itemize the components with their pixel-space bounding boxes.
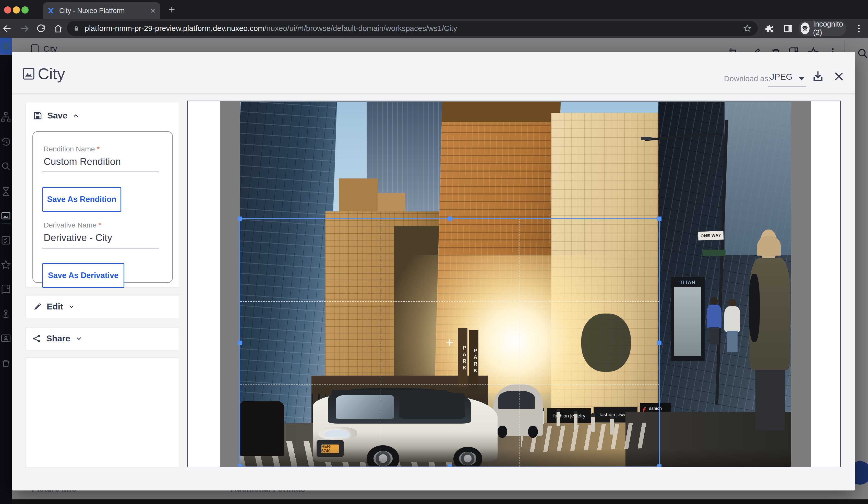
sidebar-item-trash[interactable] [1,358,11,368]
share-icon [32,334,42,343]
crop-handle-s[interactable] [448,464,452,467]
search-icon [1,161,11,171]
checklist-icon [1,235,11,245]
thirds-line-h2 [240,384,659,384]
pedestrian-blue [706,297,723,345]
pencil-icon [33,302,42,311]
traffic-light-minimize[interactable] [13,7,20,13]
side-panel-icon[interactable] [783,24,793,33]
share-panel[interactable]: Share [25,328,179,350]
sidebar-logo[interactable] [0,38,12,55]
browser-menu-icon[interactable] [854,23,864,34]
sidebar-item-checklist[interactable] [1,235,11,245]
assets-icon [1,211,11,221]
save-as-rendition-button[interactable]: Save As Rendition [42,187,121,212]
sidebar-item-user-profile[interactable] [1,333,11,343]
tools-column-filler [25,358,179,468]
sidebar-item-assets[interactable] [1,211,11,223]
download-icon[interactable] [811,70,825,83]
format-caret-icon [798,77,805,80]
tab-close-icon[interactable] [149,7,156,14]
save-section-header[interactable]: Save [33,111,80,121]
back-icon[interactable] [2,23,12,34]
required-asterisk-2: * [99,221,101,229]
modal-title: City [38,65,65,83]
download-as-label: Download as: [724,74,771,83]
format-select[interactable]: JPEG [768,71,806,87]
browser-tab[interactable]: City - Nuxeo Platform [43,2,160,19]
street-name-sign [703,250,726,256]
reload-icon[interactable] [36,23,46,34]
history-icon [1,137,11,147]
rendition-name-label: Rendition Name * [44,145,100,153]
trash-icon [1,358,11,368]
derivative-name-input[interactable]: Derivative - City [44,232,159,248]
crop-handle-ne[interactable] [657,216,661,221]
save-as-derivative-button[interactable]: Save As Derivative [42,263,124,288]
cropper-canvas: PARK PARK fashion jewelry fashion jewelr… [220,101,811,467]
share-section-label: Share [46,333,71,343]
edit-panel[interactable]: Edit [25,296,179,318]
thirds-line-h1 [240,301,659,302]
crop-handle-n[interactable] [448,216,452,221]
incognito-label: Incognito (2) [813,20,844,37]
sidebar-item-collections[interactable] [1,284,11,295]
crop-handle-e[interactable] [657,341,661,345]
close-icon[interactable] [833,70,845,82]
sidebar-item-search[interactable] [1,161,11,171]
save-form-card: Rendition Name * Custom Rendition Save A… [32,131,173,283]
home-icon[interactable] [53,23,63,34]
save-panel: Save Rendition Name * Custom Rendition S… [25,102,179,288]
sidebar-item-browse[interactable] [1,112,11,122]
browser-frame: City - Nuxeo Platform [0,0,868,19]
crop-center-cross-v [449,339,450,346]
preview-panel: PARK PARK fashion jewelry fashion jewelr… [187,101,841,467]
traffic-light-close[interactable] [4,7,11,13]
chevron-down-icon [68,303,75,310]
chevron-up-icon [72,112,80,120]
browse-icon [1,112,11,122]
url-bar[interactable]: platform-nmm-pr-29-preview.platform.dev.… [67,21,758,36]
sidebar-item-tasks[interactable] [1,186,11,197]
save-floppy-icon [33,111,43,121]
edit-section-label: Edit [47,301,63,311]
chevron-down-icon-2 [75,335,83,342]
crop-handle-se[interactable] [657,464,661,467]
tab-title: City - Nuxeo Platform [59,7,149,15]
traffic-light-zoom[interactable] [21,7,29,13]
profile-card-icon [1,333,11,343]
picture-title-icon [22,67,35,80]
rendition-name-input[interactable]: Custom Rendition [44,156,159,172]
modal-header: City Download as: JPEG [12,52,855,94]
bookmark-star-icon[interactable] [743,24,752,33]
share-section-header: Share [32,333,83,343]
save-section-label: Save [47,111,68,121]
assets-active-underline [1,223,11,223]
header-rule [12,93,855,94]
titan-kiosk: TITAN [671,277,705,361]
new-tab-icon[interactable] [167,5,176,14]
url-domain: platform-nmm-pr-29-preview.platform.dev.… [85,24,264,32]
forward-icon[interactable] [19,23,30,34]
derivative-name-value: Derivative - City [44,232,112,243]
lock-icon [73,25,80,32]
screen: City - Nuxeo Platform [0,0,868,504]
url-path: /nuxeo/ui/#!/browse/default-domain/works… [264,24,457,32]
favorites-star-icon [1,260,11,270]
extensions-icon[interactable] [765,24,774,33]
crop-handle-nw[interactable] [238,216,242,221]
sidebar-item-favorites[interactable] [1,260,11,270]
nuxeo-logo-icon [1,42,10,51]
format-value: JPEG [770,72,793,82]
incognito-badge[interactable]: Incognito (2) [798,21,846,36]
crop-handle-sw[interactable] [238,464,242,467]
crop-box[interactable] [239,218,660,467]
sidebar-item-publish[interactable] [1,309,11,319]
edit-section-header: Edit [33,301,75,311]
thirds-line-v2 [519,219,520,466]
sidebar-item-recently-viewed[interactable] [1,137,11,147]
thirds-line-v1 [380,219,380,466]
crop-handle-w[interactable] [238,341,242,345]
nuxeo-favicon [47,7,55,14]
incognito-icon [800,22,809,34]
